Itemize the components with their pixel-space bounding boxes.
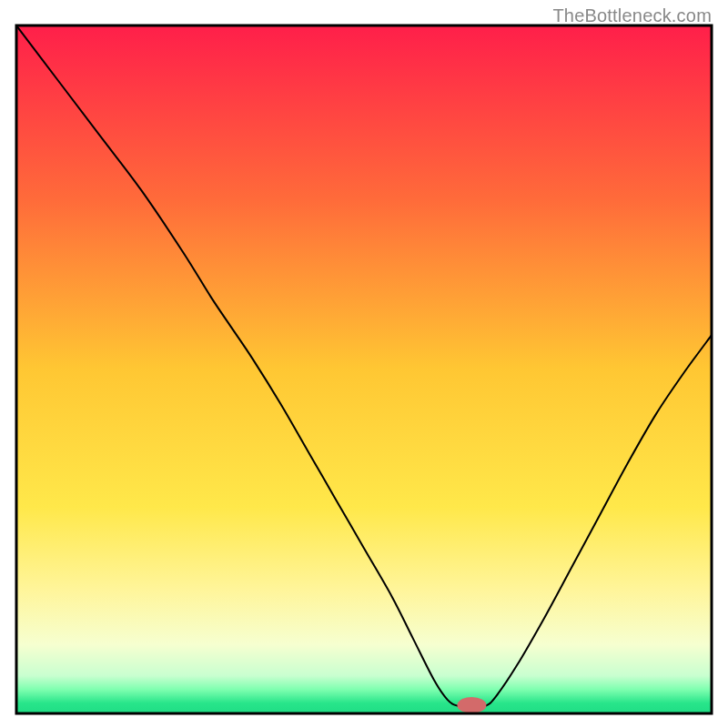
optimal-marker <box>457 697 486 713</box>
bottleneck-chart: TheBottleneck.com <box>0 0 728 728</box>
chart-svg <box>0 0 728 728</box>
plot-background <box>16 25 712 713</box>
watermark-text: TheBottleneck.com <box>552 5 712 26</box>
